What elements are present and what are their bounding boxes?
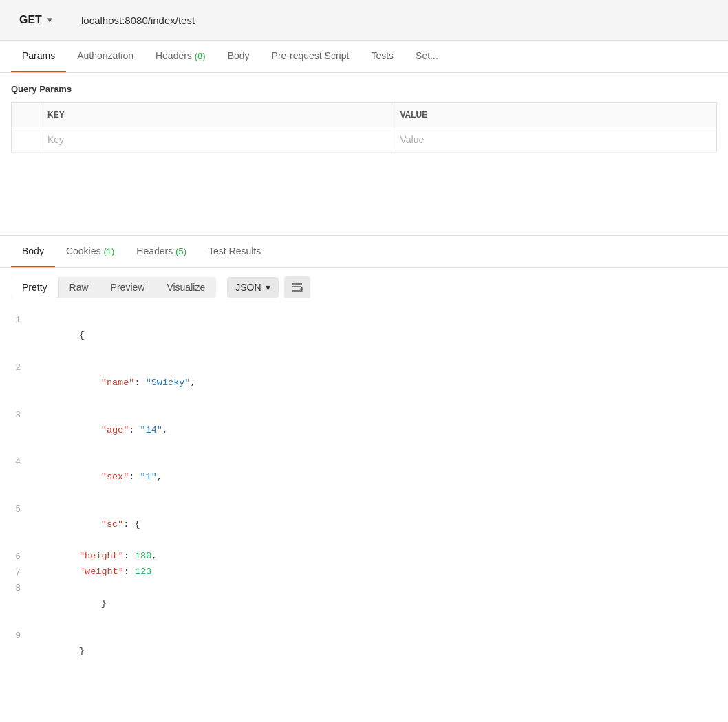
row-checkbox-cell (12, 127, 39, 153)
url-bar: GET ▾ (0, 0, 728, 41)
format-raw-btn[interactable]: Raw (58, 277, 100, 298)
format-group: Pretty Raw Preview Visualize (11, 277, 216, 298)
tab-settings[interactable]: Set... (405, 41, 449, 72)
format-preview-btn[interactable]: Preview (100, 277, 156, 298)
cookies-badge: (1) (103, 246, 114, 256)
method-selector[interactable]: GET ▾ (11, 8, 73, 32)
query-params-section: Query Params KEY VALUE Key Value (0, 73, 728, 153)
json-format-selector[interactable]: JSON ▾ (227, 277, 278, 298)
code-line-9: 9 } (0, 628, 728, 675)
code-line-8: 8 } (0, 580, 728, 628)
code-line-1: 1 { (0, 312, 728, 360)
format-visualize-btn[interactable]: Visualize (156, 277, 216, 298)
code-line-5: 5 "sc": { (0, 501, 728, 549)
key-input-cell[interactable]: Key (39, 127, 392, 153)
tab-tests[interactable]: Tests (360, 41, 405, 72)
code-line-3: 3 "age": "14", (0, 407, 728, 455)
method-chevron: ▾ (47, 15, 52, 25)
resp-tab-body[interactable]: Body (11, 236, 55, 267)
code-line-6: 6 "height": 180, (0, 549, 728, 565)
json-label: JSON (235, 282, 261, 293)
code-line-7: 7 "weight": 123 (0, 565, 728, 580)
code-line-4: 4 "sex": "1", (0, 454, 728, 501)
code-line-2: 2 "name": "Swicky", (0, 360, 728, 407)
resp-tab-test-results[interactable]: Test Results (197, 236, 272, 267)
params-empty-row: Key Value (12, 127, 717, 153)
resp-headers-badge: (5) (175, 246, 186, 256)
resp-tab-cookies[interactable]: Cookies (1) (55, 236, 125, 267)
resp-tab-headers[interactable]: Headers (5) (125, 236, 197, 267)
tab-authorization[interactable]: Authorization (66, 41, 144, 72)
col-value-header: VALUE (392, 103, 717, 127)
response-section: Body Cookies (1) Headers (5) Test Result… (0, 236, 728, 681)
json-code-view: 1 { 2 "name": "Swicky", 3 "age": "14", 4… (0, 307, 728, 681)
value-input-cell[interactable]: Value (392, 127, 717, 153)
col-checkbox (12, 103, 39, 127)
json-chevron: ▾ (266, 282, 270, 293)
wrap-lines-btn[interactable] (284, 276, 310, 298)
col-key-header: KEY (39, 103, 392, 127)
tab-body[interactable]: Body (217, 41, 261, 72)
method-label: GET (19, 14, 42, 26)
response-tabs: Body Cookies (1) Headers (5) Test Result… (0, 236, 728, 268)
headers-badge: (8) (195, 51, 206, 61)
tab-prerequest[interactable]: Pre-request Script (261, 41, 361, 72)
request-tabs: Params Authorization Headers (8) Body Pr… (0, 41, 728, 73)
tab-params[interactable]: Params (11, 41, 66, 72)
format-bar: Pretty Raw Preview Visualize JSON ▾ (0, 268, 728, 307)
format-pretty-btn[interactable]: Pretty (11, 277, 58, 298)
url-input[interactable] (73, 9, 717, 32)
query-params-title: Query Params (11, 84, 717, 94)
wrap-icon (291, 281, 303, 294)
tab-headers[interactable]: Headers (8) (144, 41, 217, 72)
params-table: KEY VALUE Key Value (11, 102, 717, 153)
